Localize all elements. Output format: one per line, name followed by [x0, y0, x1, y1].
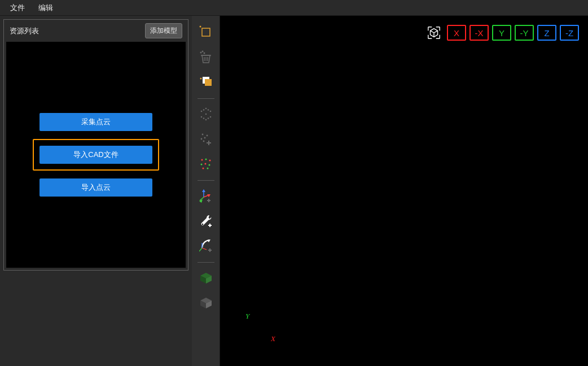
svg-point-32 [208, 164, 210, 166]
view-x-pos-button[interactable]: X [447, 25, 466, 41]
svg-point-34 [207, 168, 208, 169]
curve-axes-tool-icon[interactable] [195, 235, 217, 256]
svg-point-1 [199, 26, 201, 28]
svg-rect-0 [202, 28, 210, 36]
svg-point-4 [203, 53, 205, 54]
svg-line-45 [199, 248, 202, 251]
svg-point-3 [201, 51, 203, 53]
svg-point-29 [209, 160, 210, 162]
svg-point-15 [200, 116, 202, 118]
svg-point-19 [207, 109, 209, 111]
svg-point-18 [203, 109, 204, 111]
svg-marker-36 [202, 189, 205, 192]
axis-x-label: X [271, 334, 275, 343]
resource-panel-header: 资源列表 添加模型 [4, 20, 188, 42]
layer-tool-icon[interactable] [195, 71, 217, 93]
svg-point-31 [204, 163, 206, 165]
svg-point-27 [201, 159, 203, 161]
tool-separator [198, 262, 214, 263]
svg-point-22 [201, 134, 203, 136]
green-block-tool-icon[interactable] [195, 267, 217, 289]
svg-point-25 [204, 137, 205, 139]
wrench-add-tool-icon[interactable] [195, 210, 217, 232]
point-grid-tool-icon[interactable] [195, 103, 217, 125]
tool-strip [192, 16, 220, 366]
resource-panel-box: 资源列表 添加模型 采集点云 导入CAD文件 导入点云 [3, 19, 188, 271]
svg-point-8 [200, 78, 201, 80]
color-points-tool-icon[interactable] [195, 153, 217, 175]
svg-point-41 [201, 224, 203, 225]
tool-separator [198, 98, 214, 99]
view-y-pos-button[interactable]: Y [492, 25, 511, 41]
resource-panel: 资源列表 添加模型 采集点云 导入CAD文件 导入点云 [0, 16, 192, 366]
svg-point-30 [200, 164, 202, 165]
svg-point-13 [209, 111, 211, 112]
svg-point-33 [202, 168, 204, 169]
svg-point-24 [200, 138, 202, 140]
menu-edit[interactable]: 编辑 [33, 1, 59, 15]
svg-point-17 [205, 119, 207, 121]
svg-point-28 [205, 159, 207, 160]
tool-separator [198, 180, 214, 181]
select-single-tool-icon[interactable] [195, 21, 217, 43]
svg-point-20 [203, 117, 204, 119]
view-z-neg-button[interactable]: -Z [560, 25, 579, 41]
view-cube-icon[interactable] [424, 25, 444, 41]
view-z-pos-button[interactable]: Z [537, 25, 556, 41]
svg-point-12 [200, 111, 202, 112]
gray-block-tool-icon[interactable] [195, 292, 217, 313]
import-cad-file-button[interactable]: 导入CAD文件 [40, 146, 152, 164]
view-buttons-row: X -X Y -Y Z -Z [424, 25, 579, 41]
view-x-neg-button[interactable]: -X [469, 25, 489, 41]
add-model-button[interactable]: 添加模型 [145, 23, 182, 38]
import-cad-highlight: 导入CAD文件 [33, 139, 159, 171]
menu-file[interactable]: 文件 [5, 1, 30, 15]
menu-bar: 文件 编辑 [0, 0, 588, 16]
collect-point-cloud-button[interactable]: 采集点云 [40, 113, 152, 131]
svg-point-2 [200, 52, 201, 54]
trash-tool-icon[interactable] [195, 46, 217, 68]
svg-line-44 [202, 248, 207, 250]
scatter-add-tool-icon[interactable] [195, 128, 217, 150]
svg-point-16 [209, 116, 211, 118]
axes-add-tool-icon[interactable] [195, 185, 217, 207]
svg-rect-10 [205, 79, 212, 86]
axis-y-label: Y [245, 312, 249, 321]
svg-point-26 [203, 141, 204, 142]
resource-panel-title: 资源列表 [10, 26, 39, 36]
view-y-neg-button[interactable]: -Y [515, 25, 534, 41]
import-point-cloud-button[interactable]: 导入点云 [40, 178, 152, 197]
viewport[interactable]: X -X Y -Y Z -Z Y X [220, 16, 588, 366]
svg-point-11 [205, 108, 207, 110]
svg-point-21 [207, 117, 209, 119]
resource-preview: 采集点云 导入CAD文件 导入点云 [6, 42, 186, 268]
svg-point-14 [205, 114, 207, 115]
svg-point-23 [206, 135, 208, 137]
